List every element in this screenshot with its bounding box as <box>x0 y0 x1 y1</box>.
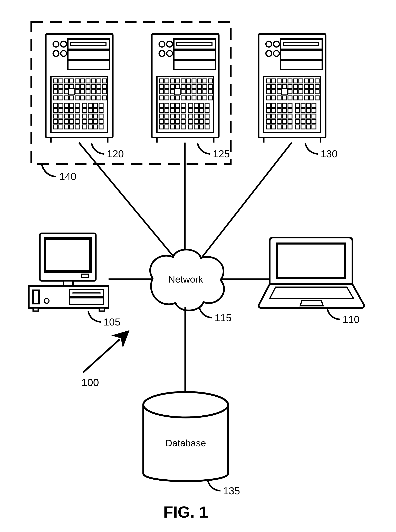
server-mid-leader <box>198 143 210 154</box>
svg-rect-256 <box>277 114 281 118</box>
svg-rect-48 <box>97 96 101 100</box>
svg-rect-54 <box>75 103 79 107</box>
svg-rect-273 <box>296 109 300 113</box>
svg-rect-65 <box>53 119 58 124</box>
svg-rect-139 <box>170 96 174 100</box>
svg-rect-265 <box>272 125 276 129</box>
svg-rect-228 <box>293 90 297 94</box>
svg-rect-161 <box>181 114 185 118</box>
svg-rect-68 <box>70 119 74 124</box>
svg-rect-78 <box>99 103 103 107</box>
server-group-leader <box>41 164 56 177</box>
svg-rect-13 <box>70 79 74 83</box>
svg-rect-259 <box>266 119 270 124</box>
svg-rect-24 <box>75 84 79 89</box>
svg-rect-80 <box>88 109 92 113</box>
svg-rect-170 <box>176 125 180 129</box>
svg-rect-172 <box>189 103 193 107</box>
svg-rect-152 <box>159 109 163 113</box>
svg-rect-249 <box>266 109 270 113</box>
svg-rect-36 <box>91 90 95 94</box>
svg-rect-144 <box>198 96 202 100</box>
system-ref: 100 <box>82 377 99 388</box>
svg-rect-266 <box>277 125 281 129</box>
svg-rect-18 <box>97 79 101 83</box>
svg-rect-162 <box>159 119 163 124</box>
svg-rect-132 <box>192 90 196 94</box>
svg-rect-155 <box>176 109 180 113</box>
svg-rect-287 <box>306 125 310 129</box>
svg-rect-263 <box>288 119 292 124</box>
svg-rect-55 <box>53 109 58 113</box>
svg-rect-221 <box>304 84 308 89</box>
svg-rect-248 <box>288 103 292 107</box>
svg-rect-244 <box>266 103 270 107</box>
svg-rect-165 <box>176 119 180 124</box>
svg-rect-230 <box>304 90 308 94</box>
svg-rect-178 <box>200 109 204 113</box>
svg-rect-187 <box>205 119 209 124</box>
svg-rect-57 <box>64 109 68 113</box>
svg-rect-72 <box>64 125 68 129</box>
svg-rect-23 <box>70 84 74 89</box>
svg-rect-218 <box>288 84 292 89</box>
svg-rect-92 <box>88 125 92 129</box>
svg-rect-173 <box>194 103 198 107</box>
svg-rect-224 <box>266 90 270 94</box>
svg-rect-183 <box>205 114 209 118</box>
svg-rect-74 <box>75 125 79 129</box>
svg-rect-70 <box>53 125 58 129</box>
svg-rect-301 <box>33 308 38 311</box>
svg-rect-284 <box>312 119 316 124</box>
svg-rect-135 <box>208 90 212 94</box>
svg-rect-150 <box>176 103 180 107</box>
network-ref: 115 <box>215 312 232 323</box>
svg-rect-274 <box>301 109 305 113</box>
svg-rect-137 <box>159 96 163 100</box>
svg-rect-241 <box>304 96 308 100</box>
svg-rect-133 <box>198 90 202 94</box>
svg-rect-114 <box>198 79 202 83</box>
svg-rect-59 <box>75 109 79 113</box>
figure-caption: FIG. 1 <box>163 503 208 521</box>
database-ref: 135 <box>223 485 240 497</box>
database-leader <box>208 480 221 491</box>
svg-rect-27 <box>91 84 95 89</box>
svg-rect-186 <box>200 119 204 124</box>
svg-rect-204 <box>266 79 270 83</box>
database-label: Database <box>165 438 206 448</box>
svg-rect-260 <box>272 119 276 124</box>
svg-rect-17 <box>91 79 95 83</box>
svg-rect-111 <box>181 79 185 83</box>
svg-rect-38 <box>102 90 106 94</box>
svg-rect-164 <box>170 119 174 124</box>
svg-rect-94 <box>99 125 103 129</box>
svg-rect-127 <box>159 90 163 94</box>
svg-rect-215 <box>272 84 276 89</box>
svg-rect-151 <box>181 103 185 107</box>
svg-rect-211 <box>304 79 308 83</box>
svg-rect-60 <box>53 114 58 118</box>
svg-rect-282 <box>301 119 305 124</box>
svg-rect-125 <box>203 84 207 89</box>
svg-rect-63 <box>70 114 74 118</box>
svg-rect-231 <box>310 90 314 94</box>
svg-rect-148 <box>165 103 169 107</box>
svg-rect-46 <box>86 96 90 100</box>
svg-rect-174 <box>200 103 204 107</box>
svg-rect-42 <box>64 96 68 100</box>
svg-rect-71 <box>59 125 63 129</box>
svg-rect-145 <box>203 96 207 100</box>
svg-rect-252 <box>283 109 287 113</box>
svg-rect-56 <box>59 109 63 113</box>
svg-rect-91 <box>83 125 87 129</box>
svg-rect-76 <box>88 103 92 107</box>
svg-rect-250 <box>272 109 276 113</box>
svg-rect-268 <box>288 125 292 129</box>
svg-rect-129 <box>170 90 174 94</box>
server-right-leader <box>305 143 318 154</box>
svg-rect-229 <box>299 90 303 94</box>
svg-rect-279 <box>306 114 310 118</box>
svg-rect-126 <box>208 84 212 89</box>
svg-rect-87 <box>83 119 87 124</box>
